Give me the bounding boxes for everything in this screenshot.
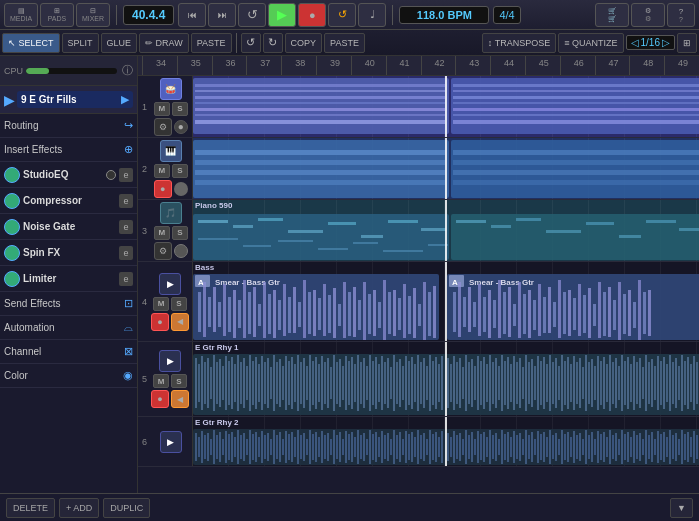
redo-edit-button[interactable]: ↻ [263, 33, 283, 53]
quantize-button[interactable]: ≡ QUANTIZE [558, 33, 623, 53]
position-display[interactable]: 40.4.4 [123, 5, 174, 25]
track-4-instrument-icon[interactable]: ▶ [159, 273, 181, 295]
track-1-mute-button[interactable]: M [154, 102, 170, 116]
svg-rect-4 [195, 102, 445, 104]
track-4-mute-button[interactable]: M [153, 297, 169, 311]
channel-row[interactable]: Channel ⊠ [0, 340, 137, 364]
scroll-down-button[interactable]: ▼ [670, 498, 693, 518]
limiter-edit-button[interactable]: e [119, 272, 133, 286]
undo-edit-button[interactable]: ↺ [241, 33, 261, 53]
transpose-button[interactable]: ↕ TRANSPOSE [482, 33, 557, 53]
mixer-button[interactable]: ⊟ MIXER [76, 3, 110, 27]
track-2-dot-icon[interactable] [174, 182, 188, 196]
add-button[interactable]: + ADD [59, 498, 99, 518]
track-6-instrument-icon[interactable]: ▶ [160, 431, 182, 453]
svg-rect-99 [418, 304, 421, 326]
routing-row[interactable]: Routing ↪ [0, 114, 137, 138]
draw-tool-button[interactable]: ✏ DRAW [139, 33, 189, 53]
paste-tool-button[interactable]: PASTE [191, 33, 232, 53]
noisegate-power-button[interactable] [4, 219, 20, 235]
svg-rect-480 [639, 433, 641, 461]
track-4-solo-button[interactable]: S [171, 297, 187, 311]
svg-rect-21 [451, 140, 699, 198]
track-5-input-icon[interactable]: ◀ [171, 390, 189, 408]
track-3-settings-icon[interactable]: ⚙ [154, 242, 172, 260]
loop-button[interactable]: ↺ [328, 3, 356, 27]
spinfx-power-button[interactable] [4, 245, 20, 261]
shop-button[interactable]: 🛒 🛒 [595, 3, 629, 27]
time-sig-display[interactable]: 4/4 [493, 6, 520, 24]
studioeq-power-button[interactable] [4, 167, 20, 183]
metronome-button[interactable]: ♩ [358, 3, 386, 27]
track-5-mute-button[interactable]: M [153, 374, 169, 388]
select-tool-button[interactable]: ↖ SELECT [2, 33, 60, 53]
track-3-solo-button[interactable]: S [172, 226, 188, 240]
forward-button[interactable]: ⏭ [208, 3, 236, 27]
track-3-lane[interactable]: Piano 590 [193, 200, 699, 261]
track-5-instrument-icon[interactable]: ▶ [159, 350, 181, 372]
track-2-record-icon[interactable]: ● [154, 180, 172, 198]
insert-effects-header[interactable]: Insert Effects ⊕ [0, 138, 137, 162]
track-4-input-icon[interactable]: ◀ [171, 313, 189, 331]
svg-rect-145 [643, 292, 646, 334]
track-5-solo-button[interactable]: S [171, 374, 187, 388]
pads-button[interactable]: ⊞ PADS [40, 3, 74, 27]
bottom-toolbar-buttons: DELETE + ADD DUPLIC [6, 498, 150, 518]
split-tool-button[interactable]: SPLIT [62, 33, 99, 53]
track-3-dot-icon[interactable] [174, 244, 188, 258]
compressor-power-button[interactable] [4, 193, 20, 209]
automation-row[interactable]: Automation ⌓ [0, 316, 137, 340]
noisegate-edit-button[interactable]: e [119, 220, 133, 234]
track-3-mute-button[interactable]: M [154, 226, 170, 240]
paste-edit-button[interactable]: PASTE [324, 33, 365, 53]
svg-rect-284 [606, 364, 608, 402]
svg-rect-306 [672, 362, 674, 404]
track-1-dot-icon[interactable]: ● [174, 120, 188, 134]
duplicate-button[interactable]: DUPLIC [103, 498, 150, 518]
quantize-value-display[interactable]: ◁ 1/16 ▷ [626, 35, 675, 50]
channel-selector[interactable]: 9 E Gtr Fills ▶ [17, 91, 133, 108]
track-2-lane[interactable] [193, 138, 699, 199]
glue-tool-button[interactable]: GLUE [101, 33, 138, 53]
svg-rect-193 [330, 367, 332, 399]
track-1-lane[interactable] [193, 76, 699, 137]
track-1-settings-icon[interactable]: ⚙ [154, 118, 172, 136]
track-4-lane[interactable]: Bass A Smear - Bass Gtr [193, 262, 699, 341]
send-effects-row[interactable]: Send Effects ⊡ [0, 292, 137, 316]
color-row[interactable]: Color ◉ [0, 364, 137, 388]
limiter-power-button[interactable] [4, 271, 20, 287]
track-6-lane[interactable]: E Gtr Rhy 2 [193, 417, 699, 466]
track-2-instrument-icon[interactable]: 🎹 [160, 140, 182, 162]
quantize-nav-right[interactable]: ▷ [662, 37, 670, 48]
track-2-mute-button[interactable]: M [154, 164, 170, 178]
copy-button[interactable]: COPY [285, 33, 323, 53]
studioeq-edit-button[interactable]: e [119, 168, 133, 182]
grid-button[interactable]: ⊞ [677, 33, 697, 53]
svg-rect-384 [348, 434, 350, 460]
track-1-solo-button[interactable]: S [172, 102, 188, 116]
help-button[interactable]: ? ? [667, 3, 695, 27]
bpm-display[interactable]: 118.0 BPM [399, 6, 489, 24]
track-4-record-icon[interactable]: ● [151, 313, 169, 331]
spinfx-edit-button[interactable]: e [119, 246, 133, 260]
track-5-record-icon[interactable]: ● [151, 390, 169, 408]
track-5-lane[interactable]: E Gtr Rhy 1 [193, 342, 699, 416]
play-button[interactable]: ▶ [268, 3, 296, 27]
undo-button[interactable]: ↺ [238, 3, 266, 27]
setup-button[interactable]: ⚙ ⚙ [631, 3, 665, 27]
track-3-instrument-icon[interactable]: 🎵 [160, 202, 182, 224]
quantize-nav-left[interactable]: ◁ [631, 37, 639, 48]
svg-rect-459 [576, 435, 578, 459]
svg-rect-239 [471, 359, 473, 407]
track-2-solo-button[interactable]: S [172, 164, 188, 178]
cpu-info-icon[interactable]: ⓘ [122, 63, 133, 78]
track-select-left-icon[interactable]: ▶ [4, 92, 15, 108]
studioeq-knob[interactable] [106, 170, 116, 180]
svg-rect-387 [357, 430, 359, 464]
delete-button[interactable]: DELETE [6, 498, 55, 518]
record-button[interactable]: ● [298, 3, 326, 27]
rewind-button[interactable]: ⏮ [178, 3, 206, 27]
media-button[interactable]: ▤ MEDIA [4, 3, 38, 27]
compressor-edit-button[interactable]: e [119, 194, 133, 208]
track-1-instrument-icon[interactable]: 🥁 [160, 78, 182, 100]
